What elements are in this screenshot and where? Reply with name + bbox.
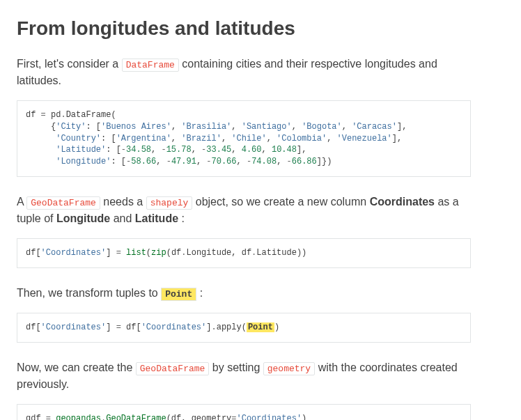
code-block-3: df['Coordinates'] = df['Coordinates'].ap… bbox=[17, 313, 471, 343]
code-content: df['Coordinates'] = df['Coordinates'].ap… bbox=[26, 322, 462, 334]
code-content: df = pd.DataFrame( {'City': ['Buenos Air… bbox=[26, 109, 462, 168]
shapely-code: shapely bbox=[146, 196, 193, 210]
geodataframe-code-2: GeoDataFrame bbox=[136, 362, 210, 375]
text: First, let's consider a bbox=[17, 58, 122, 70]
paragraph-3: Then, we transform tuples to Point : bbox=[17, 285, 471, 302]
text: Then, we transform tuples to bbox=[17, 287, 161, 299]
paragraph-2: A GeoDataFrame needs a shapely object, s… bbox=[17, 194, 471, 227]
text: : bbox=[178, 212, 185, 224]
point-code: Point bbox=[161, 288, 196, 301]
paragraph-4: Now, we can create the GeoDataFrame by s… bbox=[17, 359, 471, 393]
code-block-2: df['Coordinates'] = list(zip(df.Longitud… bbox=[17, 238, 471, 268]
code-content: df['Coordinates'] = list(zip(df.Longitud… bbox=[26, 247, 462, 259]
geometry-code: geometry bbox=[263, 362, 315, 375]
text: needs a bbox=[100, 196, 146, 208]
text: A bbox=[17, 196, 26, 208]
text: : bbox=[196, 287, 203, 299]
text: Now, we can create the bbox=[17, 361, 136, 373]
code-block-4: gdf = geopandas.GeoDataFrame(df, geometr… bbox=[17, 404, 471, 420]
intro-paragraph: First, let's consider a DataFrame contai… bbox=[17, 56, 471, 89]
geodataframe-code: GeoDataFrame bbox=[26, 196, 100, 210]
code-block-1: df = pd.DataFrame( {'City': ['Buenos Air… bbox=[17, 100, 471, 177]
text: object, so we create a new column bbox=[192, 196, 369, 208]
section-heading: From longitudes and latitudes bbox=[17, 14, 471, 43]
text: by setting bbox=[209, 361, 263, 373]
dataframe-code: DataFrame bbox=[122, 59, 179, 72]
coordinates-strong: Coordinates bbox=[370, 196, 435, 208]
latitude-strong: Latitude bbox=[135, 212, 178, 224]
text: and bbox=[110, 212, 135, 224]
longitude-strong: Longitude bbox=[56, 212, 110, 224]
code-content: gdf = geopandas.GeoDataFrame(df, geometr… bbox=[26, 413, 462, 420]
